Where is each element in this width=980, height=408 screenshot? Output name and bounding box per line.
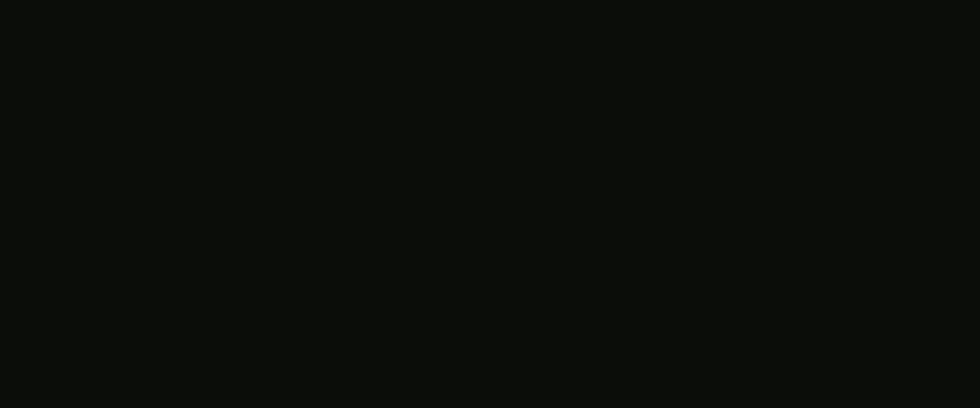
desktop (0, 0, 980, 408)
